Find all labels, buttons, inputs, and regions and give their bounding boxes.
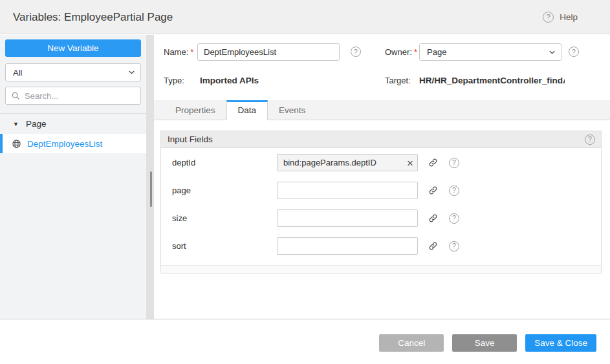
required-asterisk: * [414,47,417,57]
target-value: HR/HR_DepartmentController_findAss… [419,72,565,89]
help-label: Help [560,12,578,22]
input-field-row: sort × ? [161,237,601,255]
tree-group-label: Page [26,119,47,129]
input-field-label: deptId [172,158,277,167]
panel-splitter[interactable] [146,35,154,319]
search-icon [11,91,20,100]
target-label: Target: [385,72,411,89]
bind-link-icon[interactable] [428,186,438,195]
dialog-header: Variables: EmployeePartial Page ? Help [0,0,610,34]
cancel-button[interactable]: Cancel [379,334,444,352]
input-fields-body: deptId × ? page × ? size × ? sort [161,148,601,255]
input-field-row: page × ? [161,182,601,199]
variable-filter: All [5,63,141,81]
variable-filter-select[interactable]: All [5,63,141,81]
variables-sidebar: New Variable All ▼ Page DeptEmployeesLis… [0,35,146,319]
variable-name-input[interactable] [197,43,340,61]
input-fields-header: Input Fields ? [161,131,601,148]
required-asterisk: * [190,47,193,57]
tree-item-label: DeptEmployeesList [27,139,102,149]
type-value: Imported APIs [200,72,259,89]
input-field-value-input[interactable] [277,209,418,227]
input-field-value-input[interactable] [277,237,418,255]
clear-binding-icon[interactable]: × [404,157,416,168]
scrollbar-thumb[interactable] [150,171,152,207]
tree-group-page[interactable]: ▼ Page [0,114,146,134]
input-field-label: sort [172,241,277,251]
save-and-close-button[interactable]: Save & Close [525,334,596,352]
owner-select[interactable]: Page [419,43,561,61]
input-field-row: size × ? [161,209,601,227]
action-buttons: Cancel Save Save & Close [379,334,596,352]
owner-help-icon[interactable]: ? [569,47,579,57]
variables-tree: ▼ Page DeptEmployeesList [0,113,146,153]
input-fields-help-icon[interactable]: ? [585,134,595,145]
tab-properties[interactable]: Properties [164,100,226,120]
name-help-icon[interactable]: ? [351,47,361,57]
input-field-label: page [172,186,277,195]
name-owner-row: Name:* ? Owner:* Page ? [164,43,602,61]
save-button[interactable]: Save [452,334,517,352]
input-fields-panel: Input Fields ? deptId × ? page × ? size … [160,131,602,273]
owner-select-wrap: Page [419,43,561,61]
input-field-help-icon[interactable]: ? [449,186,459,196]
input-field-help-icon[interactable]: ? [449,158,459,168]
bind-link-icon[interactable] [428,158,438,167]
type-target-row: Type: Imported APIs Target: HR/HR_Depart… [164,72,602,89]
variable-editor: Name:* ? Owner:* Page ? Type: Imported A… [154,35,610,319]
owner-label: Owner:* [385,43,417,61]
input-field-label: size [172,213,277,223]
type-label: Type: [164,72,184,89]
triangle-down-icon: ▼ [13,121,19,127]
dialog-title: Variables: EmployeePartial Page [13,0,173,34]
globe-icon [12,139,21,149]
tab-bar: Properties Data Events [154,100,610,120]
input-field-help-icon[interactable]: ? [449,241,459,252]
tab-data[interactable]: Data [226,100,268,120]
search-input[interactable] [25,91,135,101]
bind-link-icon[interactable] [428,241,438,251]
name-label: Name:* [164,43,193,61]
input-field-value-input[interactable] [277,154,418,171]
help-link[interactable]: ? Help [543,0,578,34]
input-field-value-wrap: × [277,154,418,171]
input-field-help-icon[interactable]: ? [449,213,459,224]
new-variable-button[interactable]: New Variable [5,39,141,57]
help-icon: ? [543,12,554,23]
input-field-value-wrap: × [277,182,418,199]
search-box [5,87,141,105]
input-field-row: deptId × ? [161,154,601,171]
input-field-value-wrap: × [277,237,418,255]
input-field-value-input[interactable] [277,182,418,199]
input-field-value-wrap: × [277,209,418,227]
bind-link-icon[interactable] [428,213,438,223]
input-fields-title: Input Fields [168,134,213,144]
input-fields-panel-footer [161,265,601,273]
tree-item-deptemployeeslist[interactable]: DeptEmployeesList [0,134,146,153]
tab-events[interactable]: Events [268,100,316,120]
dialog-footer: Cancel Save Save & Close [0,319,610,364]
